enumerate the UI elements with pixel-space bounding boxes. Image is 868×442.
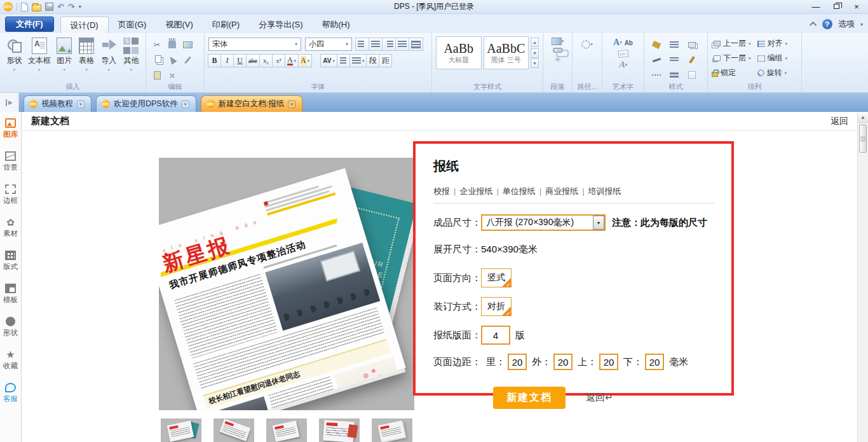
options-caret-icon[interactable]: ▾ [860, 22, 863, 27]
columns-button[interactable]: ▾ [349, 54, 367, 67]
close-tab-icon[interactable]: × [288, 100, 295, 108]
insert-table-button[interactable]: 表格 ▾ [76, 36, 97, 73]
margin-inner-input[interactable] [508, 354, 527, 370]
select-cursor-icon[interactable] [165, 53, 179, 67]
fill-color-icon[interactable] [648, 38, 665, 52]
save-icon[interactable] [45, 3, 53, 11]
insert-shape-button[interactable]: 形状 ▾ [4, 36, 25, 73]
cut-icon[interactable]: ✂ [150, 38, 164, 52]
font-color-button[interactable]: A▾ [285, 54, 299, 67]
orientation-button[interactable]: 竖式 ✓ [481, 268, 512, 287]
sidebar-item-service[interactable]: ··· 客服 [0, 376, 21, 410]
binding-button[interactable]: 对折 ✓ [481, 297, 512, 316]
dash-style-icon[interactable] [648, 68, 665, 82]
sidebar-expander[interactable]: ▶ [0, 93, 19, 112]
doc-tab-video-tutorial[interactable]: DPS 视频教程 × [24, 95, 92, 112]
rotate-button[interactable]: 旋转▾ [757, 67, 788, 78]
sidebar-item-shape[interactable]: 形状 [0, 310, 21, 343]
seal-abc-icon[interactable]: ABC [606, 50, 640, 57]
vertical-scrollbar[interactable]: ▲ [857, 112, 868, 442]
highlight-color-button[interactable]: A▾ [298, 54, 312, 67]
align-right-button[interactable] [382, 38, 396, 51]
collapse-ribbon-icon[interactable] [810, 22, 817, 29]
format-brush-icon[interactable] [684, 53, 700, 67]
line-weight-icon[interactable] [666, 68, 682, 82]
bring-forward-button[interactable]: 上一层▾ [712, 38, 751, 49]
options-button[interactable]: 选项 [838, 18, 855, 30]
paste-icon[interactable] [150, 68, 164, 82]
thumbnail-2[interactable] [214, 418, 254, 442]
gallery-down-button[interactable]: ▼ [531, 48, 539, 58]
doc-tab-welcome[interactable]: DPS 欢迎使用DPS软件 × [96, 95, 196, 112]
send-backward-button[interactable]: 下一层▾ [712, 53, 751, 64]
superscript-button[interactable]: x² [272, 54, 285, 67]
doc-tab-new-newspaper[interactable]: DPS 新建空白文档:报纸 × [201, 95, 302, 112]
tab-view[interactable]: 视图(V) [156, 17, 202, 33]
lock-button[interactable]: 锁定 [712, 67, 751, 78]
scrollbar-thumb[interactable] [859, 125, 867, 153]
margin-outer-input[interactable] [553, 354, 573, 370]
tab-design[interactable]: 设计(D) [60, 17, 109, 33]
align-button[interactable]: 对齐▾ [757, 38, 788, 49]
gallery-up-button[interactable]: ▲ [531, 38, 539, 47]
minimize-button[interactable]: — [806, 0, 826, 13]
edit-pen-icon[interactable] [180, 53, 194, 67]
panel-return-link[interactable]: 返回↵ [586, 392, 613, 404]
group-button[interactable]: 编组▾ [757, 53, 788, 64]
thumbnail-5[interactable] [372, 418, 412, 442]
new-document-icon[interactable] [21, 3, 28, 11]
undo-icon[interactable]: ↶ [57, 3, 64, 11]
path-gear-icon[interactable]: ▾ [581, 40, 593, 49]
bold-button[interactable]: B [208, 54, 221, 67]
replace-image-icon[interactable] [180, 38, 194, 52]
insert-picture-button[interactable]: 图片 ▾ [54, 36, 75, 73]
tag-business[interactable]: 商业报纸 [545, 186, 578, 196]
sidebar-item-material[interactable]: ✿ 素材 [0, 211, 21, 244]
tag-enterprise[interactable]: 企业报纸 [459, 186, 492, 196]
sidebar-item-template[interactable]: 模板 [0, 277, 21, 310]
close-tab-icon[interactable]: × [182, 100, 189, 108]
indent-arrows-icon[interactable] [666, 38, 682, 52]
dropdown-arrow-icon[interactable]: ▼ [593, 216, 604, 230]
qat-customize-caret-icon[interactable]: ▾ [79, 4, 81, 10]
font-size-select[interactable]: 小四 ▾ [305, 38, 352, 51]
copy-icon[interactable] [150, 53, 164, 67]
tab-print[interactable]: 印刷(P) [203, 17, 249, 33]
insert-textbox-button[interactable]: 文本框 ▾ [26, 36, 53, 73]
align-left-button[interactable] [355, 38, 369, 51]
margin-bottom-input[interactable] [645, 354, 664, 370]
font-name-select[interactable]: 宋体 ▾ [208, 38, 301, 51]
subscript-button[interactable]: x₂ [259, 54, 273, 67]
tab-page[interactable]: 页面(G) [109, 17, 156, 33]
sidebar-item-layout[interactable]: 版式 [0, 244, 21, 277]
shape-style-icon[interactable] [684, 68, 700, 82]
close-button[interactable]: × [846, 0, 867, 13]
line-color-icon[interactable] [648, 53, 665, 67]
insert-import-button[interactable]: 导入 ▾ [98, 36, 119, 73]
sidebar-item-background[interactable]: 背景 [0, 145, 21, 178]
align-center-button[interactable] [369, 38, 383, 51]
tag-training[interactable]: 培训报纸 [588, 186, 621, 196]
finished-size-select[interactable]: 八开报 (270×390毫米) ▼ [481, 214, 606, 231]
sidebar-item-favorites[interactable]: ★ 收藏 [0, 343, 21, 376]
tab-help[interactable]: 帮助(H) [312, 17, 359, 33]
restore-button[interactable] [826, 0, 846, 13]
help-icon[interactable]: ? [822, 19, 832, 29]
margin-top-input[interactable] [599, 354, 618, 370]
wordart-icon[interactable]: A▾Ab [606, 38, 640, 48]
redo-icon[interactable]: ↷ [68, 3, 75, 11]
sidebar-item-gallery[interactable]: 图库 [0, 112, 21, 145]
gallery-more-button[interactable]: ▼ [531, 59, 539, 68]
text-wrap-icon[interactable]: ▾ [547, 38, 568, 45]
thumbnail-4[interactable] [319, 418, 360, 442]
thumbnail-3[interactable] [266, 418, 307, 442]
delete-icon[interactable]: × [165, 68, 179, 82]
pages-input[interactable] [481, 326, 510, 345]
insert-other-button[interactable]: 其他 ▾ [121, 36, 142, 73]
strikethrough-button[interactable]: abe [246, 54, 260, 67]
text-effect-icon[interactable]: A▾ [606, 60, 640, 70]
arrow-style-icon[interactable] [666, 53, 682, 67]
text-style-item[interactable]: AaBb 大标题 [436, 36, 482, 69]
open-file-icon[interactable] [32, 4, 41, 11]
line-spacing-button[interactable] [337, 54, 350, 67]
